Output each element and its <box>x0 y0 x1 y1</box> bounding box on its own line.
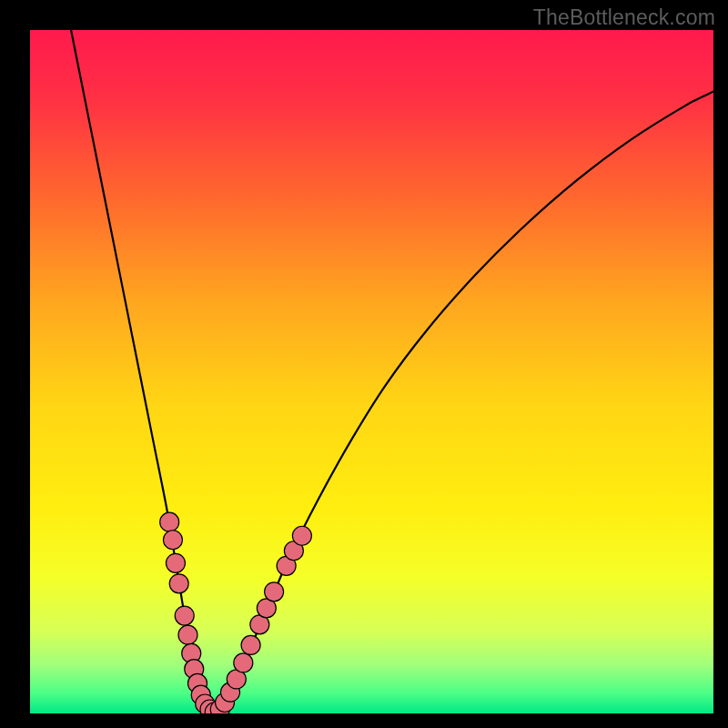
watermark-text: TheBottleneck.com <box>533 5 715 30</box>
background-gradient <box>30 30 713 713</box>
plot-area <box>30 30 713 713</box>
chart-frame: TheBottleneck.com <box>0 0 728 728</box>
svg-rect-0 <box>30 30 713 713</box>
